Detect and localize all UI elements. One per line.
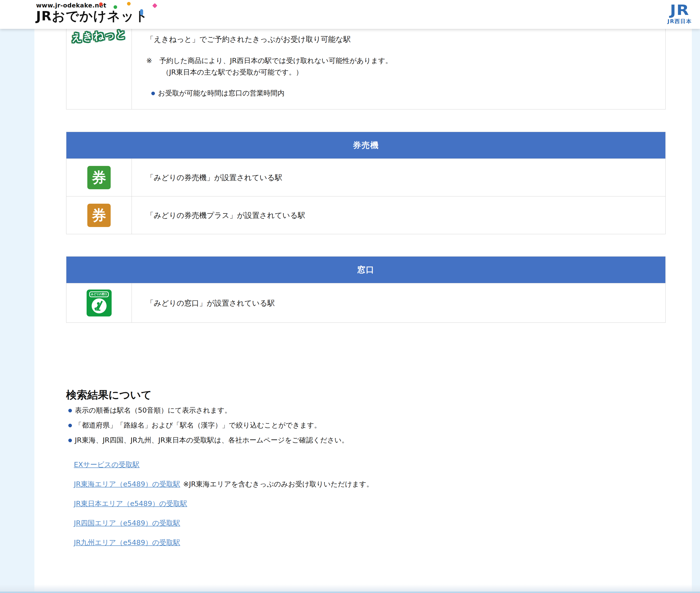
logo-accent-dot xyxy=(127,2,130,5)
pickup-station-links: EXサービスの受取駅 JR東海エリア（e5489）の受取駅 ※JR東海エリアを含… xyxy=(74,459,373,556)
logo-accent-dot xyxy=(99,2,103,6)
row-text: 「みどりの券売機プラス」が設置されている駅 xyxy=(132,196,665,234)
midori-icon-label: みどりの窓口 xyxy=(89,291,109,297)
jr-west-logo[interactable]: JR JR西日本 xyxy=(667,3,692,25)
list-item: 表示の順番は駅名（50音順）にて表示されます。 xyxy=(68,405,349,416)
ekinet-bullet-row: お受取が可能な時間は窓口の営業時間内 xyxy=(146,88,656,98)
list-item: JR九州エリア（e5489）の受取駅 xyxy=(74,537,373,549)
ekinet-note: ※予約した商品により、JR西日本の駅では受け取れない可能性があります。 （JR東… xyxy=(146,55,656,78)
list-item: JR東海エリア（e5489）の受取駅 ※JR東海エリアを含むきっぷのみお受け取り… xyxy=(74,478,373,490)
list-item: JR四国エリア（e5489）の受取駅 xyxy=(74,517,373,529)
ekinet-logo: えきねっと xyxy=(71,27,127,44)
midori-ticket-machine-icon: 券 xyxy=(87,166,111,189)
bullet-dot-icon xyxy=(68,424,72,427)
row-text: 「みどりの券売機」が設置されている駅 xyxy=(132,159,665,196)
site-header: www.jr-odekake.net JRおでかけネット JR JR西日本 xyxy=(0,0,700,29)
logo-accent-dot xyxy=(152,3,157,8)
list-item: 「都道府県」「路線名」および「駅名（漢字）」で絞り込むことができます。 xyxy=(68,420,349,430)
ekinet-description: 「えきねっと」でご予約されたきっぷがお受け取り可能な駅 xyxy=(146,35,656,44)
table-row: 券 「みどりの券売機」が設置されている駅 xyxy=(66,158,665,196)
note-line2-text: （JR東日本の主な駅でお受取が可能です。） xyxy=(146,66,656,78)
midori-ticket-machine-plus-icon: 券 xyxy=(87,204,111,227)
note-mark: ※ xyxy=(146,56,152,65)
results-section-title: 検索結果について xyxy=(66,388,152,402)
bullet-text: JR東海、JR四国、JR九州、JR東日本の受取駅は、各社ホームページをご確認くだ… xyxy=(75,435,349,445)
link-note: ※JR東海エリアを含むきっぷのみお受け取りいただけます。 xyxy=(183,479,373,489)
window-table-header: 窓口 xyxy=(66,256,665,283)
footer-fade xyxy=(0,584,700,592)
bullet-text: 「都道府県」「路線名」および「駅名（漢字）」で絞り込むことができます。 xyxy=(75,421,321,430)
window-table: 窓口 みどりの窓口 「みどりの窓口」が設置されている駅 xyxy=(66,256,666,323)
results-bullet-list: 表示の順番は駅名（50音順）にて表示されます。 「都道府県」「路線名」および「駅… xyxy=(68,405,349,450)
reclining-seat-glyph xyxy=(93,300,105,312)
table-row: 券 「みどりの券売機プラス」が設置されている駅 xyxy=(66,196,665,234)
footer-bar xyxy=(0,592,700,593)
link-jr-east-area-stations[interactable]: JR東日本エリア（e5489）の受取駅 xyxy=(74,499,187,509)
row-text: 「みどりの窓口」が設置されている駅 xyxy=(132,283,665,322)
bullet-dot-icon xyxy=(68,409,72,412)
list-item: JR東海、JR四国、JR九州、JR東日本の受取駅は、各社ホームページをご確認くだ… xyxy=(68,435,349,445)
vending-table-header: 券売機 xyxy=(66,132,665,158)
list-item: EXサービスの受取駅 xyxy=(74,459,373,471)
bullet-dot-icon xyxy=(151,92,155,95)
site-logo[interactable]: www.jr-odekake.net JRおでかけネット xyxy=(36,2,148,23)
bullet-text: 表示の順番は駅名（50音順）にて表示されます。 xyxy=(75,406,231,415)
logo-accent-dot xyxy=(140,9,143,15)
logo-accent-dot xyxy=(114,5,117,9)
list-item: JR東日本エリア（e5489）の受取駅 xyxy=(74,498,373,510)
midori-no-madoguchi-icon: みどりの窓口 xyxy=(87,289,112,316)
link-jr-shikoku-area-stations[interactable]: JR四国エリア（e5489）の受取駅 xyxy=(74,518,180,528)
bullet-dot-icon xyxy=(68,439,72,442)
table-row: みどりの窓口 「みどりの窓口」が設置されている駅 xyxy=(66,283,665,322)
jr-west-mark: JR xyxy=(666,3,694,17)
ekinet-bullet-text: お受取が可能な時間は窓口の営業時間内 xyxy=(158,88,284,98)
site-url-text: www.jr-odekake.net xyxy=(36,2,148,9)
link-ex-service-stations[interactable]: EXサービスの受取駅 xyxy=(74,460,140,470)
jr-odekake-logo-text: JRおでかけネット xyxy=(36,9,148,23)
note-line1-text: 予約した商品により、JR西日本の駅では受け取れない可能性があります。 xyxy=(159,56,392,65)
link-jr-kyushu-area-stations[interactable]: JR九州エリア（e5489）の受取駅 xyxy=(74,538,180,548)
vending-machine-table: 券売機 券 「みどりの券売機」が設置されている駅 券 「みどりの券売機プラス」が… xyxy=(66,132,666,234)
jr-west-label: JR西日本 xyxy=(667,18,692,25)
link-jr-tokai-area-stations[interactable]: JR東海エリア（e5489）の受取駅 xyxy=(74,479,180,489)
